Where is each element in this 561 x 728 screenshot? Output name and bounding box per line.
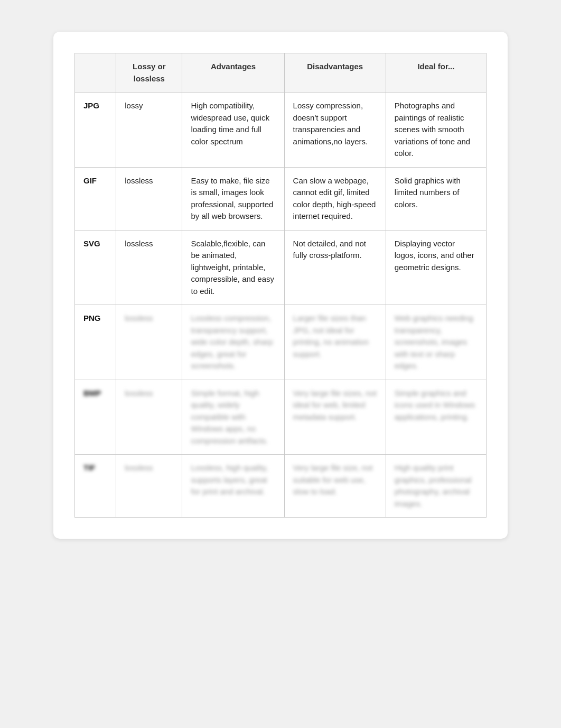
cell-format-jpg: JPG	[75, 93, 116, 168]
cell-lossy-jpg: lossy	[116, 93, 182, 168]
cell-disadvantages-gif: Can slow a webpage, cannot edit gif, lim…	[284, 167, 386, 230]
table-header-row: Lossy or lossless Advantages Disadvantag…	[75, 53, 487, 93]
table-row: TIF lossless Lossless, high quality, sup…	[75, 455, 487, 518]
cell-format-svg: SVG	[75, 230, 116, 305]
cell-format-bmp: BMP	[75, 380, 116, 455]
cell-format-gif: GIF	[75, 167, 116, 230]
cell-lossy-svg: lossless	[116, 230, 182, 305]
comparison-table: Lossy or lossless Advantages Disadvantag…	[74, 53, 487, 518]
cell-format-tif: TIF	[75, 455, 116, 518]
cell-disadvantages-jpg: Lossy compression, doesn't support trans…	[284, 93, 386, 168]
cell-advantages-tif: Lossless, high quality, supports layers,…	[182, 455, 284, 518]
header-lossy: Lossy or lossless	[116, 53, 182, 93]
cell-disadvantages-svg: Not detailed, and not fully cross-platfo…	[284, 230, 386, 305]
table-row: BMP lossless Simple format, high quality…	[75, 380, 487, 455]
table-row: GIF lossless Easy to make, file size is …	[75, 167, 487, 230]
cell-ideal-png: Web graphics needing transparency, scree…	[386, 305, 486, 380]
cell-advantages-gif: Easy to make, file size is small, images…	[182, 167, 284, 230]
cell-ideal-svg: Displaying vector logos, icons, and othe…	[386, 230, 486, 305]
cell-ideal-gif: Solid graphics with limited numbers of c…	[386, 167, 486, 230]
cell-advantages-svg: Scalable,flexible, can be animated, ligh…	[182, 230, 284, 305]
cell-lossy-tif: lossless	[116, 455, 182, 518]
cell-format-png: PNG	[75, 305, 116, 380]
cell-ideal-jpg: Photographs and paintings of realistic s…	[386, 93, 486, 168]
table-row: SVG lossless Scalable,flexible, can be a…	[75, 230, 487, 305]
table-row: JPG lossy High compatibility, widespread…	[75, 93, 487, 168]
cell-disadvantages-tif: Very large file size, not suitable for w…	[284, 455, 386, 518]
cell-advantages-jpg: High compatibility, widespread use, quic…	[182, 93, 284, 168]
cell-advantages-bmp: Simple format, high quality, widely comp…	[182, 380, 284, 455]
cell-disadvantages-png: Larger file sizes than JPG, not ideal fo…	[284, 305, 386, 380]
cell-ideal-bmp: Simple graphics and icons used in Window…	[386, 380, 486, 455]
cell-ideal-tif: High quality print graphics, professiona…	[386, 455, 486, 518]
page-container: Lossy or lossless Advantages Disadvantag…	[53, 32, 508, 539]
header-ideal: Ideal for...	[386, 53, 486, 93]
cell-lossy-png: lossless	[116, 305, 182, 380]
header-disadvantages: Disadvantages	[284, 53, 386, 93]
cell-advantages-png: Lossless compression, transparency suppo…	[182, 305, 284, 380]
table-row: PNG lossless Lossless compression, trans…	[75, 305, 487, 380]
cell-disadvantages-bmp: Very large file sizes, not ideal for web…	[284, 380, 386, 455]
cell-lossy-gif: lossless	[116, 167, 182, 230]
header-advantages: Advantages	[182, 53, 284, 93]
cell-lossy-bmp: lossless	[116, 380, 182, 455]
header-format	[75, 53, 116, 93]
